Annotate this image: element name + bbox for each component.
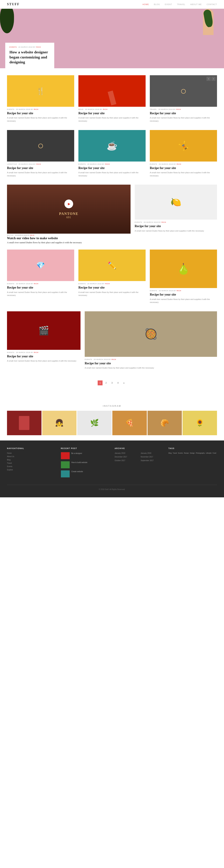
- post-thumb[interactable]: [7, 75, 74, 107]
- card-body: EVENTS 20 MARCH 2018 BY RICH Recipe for …: [78, 281, 146, 299]
- nav-travel[interactable]: TRAVEL: [177, 3, 185, 5]
- nav-logo[interactable]: STUFF: [7, 2, 20, 6]
- video-title[interactable]: Watch our video how to make website: [7, 237, 131, 240]
- post-thumb[interactable]: [78, 75, 146, 107]
- post-author: RICH: [177, 290, 181, 291]
- tag-3[interactable]: Events: [178, 452, 183, 454]
- recent-thumb-3[interactable]: [61, 470, 70, 477]
- post-thumb[interactable]: [7, 250, 74, 281]
- recent-thumb-1[interactable]: [61, 452, 70, 459]
- footer-nav-explore[interactable]: Explore: [7, 469, 56, 471]
- hero-author: RICH: [36, 46, 41, 48]
- archive-item-6[interactable]: September 2017: [141, 460, 163, 462]
- post-excerpt: A small river named Duden flows by their…: [135, 229, 217, 232]
- insta-item-3[interactable]: 🌿: [77, 411, 111, 435]
- footer-recent-2: How to build website: [61, 461, 109, 468]
- recent-text-3[interactable]: Create website: [71, 470, 83, 473]
- footer-nav-blog[interactable]: Blog: [7, 459, 56, 461]
- post-card-row5-right: EVENTS 20 MARCH 2018 BY RICH Recipe for …: [85, 311, 217, 371]
- post-title[interactable]: Recipe for your site: [7, 166, 74, 170]
- post-author: RICH: [111, 359, 116, 360]
- post-author: RICH: [30, 234, 34, 236]
- footer-copyright: © 2018 Stuff. All Rights Reserved.: [7, 485, 217, 490]
- post-title[interactable]: Recipe for your site: [78, 111, 146, 115]
- footer-archive-col: ARCHIVE January 2019 January 2018 Decemb…: [115, 447, 163, 479]
- post-thumb[interactable]: [78, 250, 146, 281]
- footer-grid: NAVIGATIONAL Home About Us Blog Travel E…: [7, 447, 217, 479]
- insta-item-2[interactable]: 👧: [42, 411, 77, 435]
- content-area: EVENTS 20 MARCH 2018 BY RICH Recipe for …: [0, 68, 224, 399]
- page-1[interactable]: 1: [98, 380, 102, 385]
- recent-thumb-2[interactable]: [61, 461, 70, 468]
- footer-nav-title: NAVIGATIONAL: [7, 447, 56, 450]
- post-title[interactable]: Recipe for your site: [7, 111, 74, 115]
- row-3: PANTONE 691 WATCH 20 MARCH 2018 BY RICH …: [7, 185, 217, 244]
- card-body: EVENTS 20 MARCH 2018 BY RICH Recipe for …: [150, 161, 217, 179]
- post-meta: EVENTS 20 MARCH 2018 BY RICH: [78, 283, 146, 284]
- post-title[interactable]: Recipe for your site: [78, 166, 146, 170]
- nav-blog[interactable]: BLOG: [154, 3, 160, 5]
- post-title[interactable]: Recipe for your site: [85, 361, 217, 365]
- next-button[interactable]: ›: [212, 76, 216, 81]
- post-thumb[interactable]: [150, 250, 217, 288]
- footer-nav-home[interactable]: Home: [7, 452, 56, 454]
- tag-8[interactable]: Food: [213, 452, 216, 454]
- page-3[interactable]: 3: [109, 380, 115, 385]
- post-meta: EVENTS 20 MARCH 2018 BY RICH: [7, 351, 81, 353]
- footer-nav-events[interactable]: Events: [7, 465, 56, 467]
- tag-4[interactable]: Recipe: [184, 452, 189, 454]
- footer-nav-travel[interactable]: Travel: [7, 462, 56, 464]
- post-author: RICH: [162, 221, 166, 223]
- tag-1[interactable]: Blog: [168, 452, 172, 454]
- nav-contact[interactable]: CONTACT: [207, 3, 217, 5]
- prev-button[interactable]: ‹: [206, 76, 211, 81]
- post-excerpt: A small river named Duden flows by their…: [78, 291, 146, 297]
- post-author: RICH: [34, 108, 38, 110]
- row-1: EVENTS 20 MARCH 2018 BY RICH Recipe for …: [7, 75, 217, 124]
- post-title[interactable]: Recipe for your site: [135, 224, 217, 228]
- insta-item-1[interactable]: [7, 411, 41, 435]
- page-next[interactable]: »: [122, 380, 126, 385]
- tag-5[interactable]: Design: [190, 452, 195, 454]
- post-title[interactable]: Recipe for your site: [150, 111, 217, 115]
- post-title[interactable]: Recipe for your site: [150, 292, 217, 297]
- post-meta: EVENTS 20 MARCH 2018 BY RICH: [150, 163, 217, 165]
- tag-6[interactable]: Photography: [196, 452, 205, 454]
- play-button[interactable]: [64, 199, 73, 208]
- post-title[interactable]: Recipe for your site: [78, 286, 146, 290]
- nav-home[interactable]: HOME: [142, 3, 149, 5]
- post-title[interactable]: Recipe for your site: [150, 166, 217, 170]
- archive-item-5[interactable]: October 2017: [115, 460, 137, 462]
- post-thumb[interactable]: [85, 311, 217, 357]
- post-thumb[interactable]: [135, 185, 217, 220]
- archive-item-4[interactable]: November 2017: [141, 456, 163, 458]
- footer-recent-title: RECENT POST: [61, 447, 109, 450]
- post-thumb[interactable]: [7, 130, 74, 161]
- nav-about[interactable]: ABOUT ME: [190, 3, 201, 5]
- insta-item-6[interactable]: 🌻: [183, 411, 217, 435]
- post-meta: EVENTS 20 MARCH 2018 BY RICH: [135, 221, 217, 223]
- video-card: PANTONE 691 WATCH 20 MARCH 2018 BY RICH …: [7, 185, 131, 244]
- recent-text-2[interactable]: How to build website: [71, 461, 88, 464]
- post-thumb[interactable]: [78, 130, 146, 161]
- insta-item-4[interactable]: 🍕: [113, 411, 147, 435]
- tag-7[interactable]: Lifestyle: [206, 452, 212, 454]
- footer-tags: Blog Travel Events Recipe Design Photogr…: [168, 452, 217, 454]
- footer-nav-about[interactable]: About Us: [7, 456, 56, 458]
- recent-text-1[interactable]: Be a designer: [71, 452, 82, 455]
- tag-2[interactable]: Travel: [173, 452, 177, 454]
- page-4[interactable]: 4: [116, 380, 120, 385]
- archive-item-3[interactable]: December 2017: [115, 456, 137, 458]
- video-thumb[interactable]: PANTONE 691: [7, 185, 131, 234]
- pagination: 1 2 3 4 »: [7, 377, 217, 392]
- nav-event[interactable]: EVENT: [165, 3, 172, 5]
- page-2[interactable]: 2: [104, 380, 108, 385]
- post-title[interactable]: Recipe for your site: [7, 354, 81, 359]
- post-thumb[interactable]: [7, 311, 81, 350]
- post-thumb[interactable]: [150, 130, 217, 161]
- post-title[interactable]: Recipe for your site: [7, 286, 74, 290]
- archive-item-1[interactable]: January 2019: [115, 452, 137, 454]
- insta-item-5[interactable]: 🥐: [148, 411, 182, 435]
- archive-item-2[interactable]: January 2018: [141, 452, 163, 454]
- post-card-row1-2: READ 20 MARCH 2018 BY RICH Recipe for yo…: [78, 75, 146, 124]
